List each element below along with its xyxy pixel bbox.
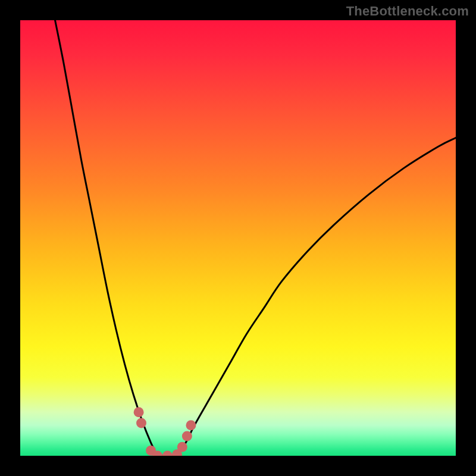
marker-group [134, 407, 196, 456]
data-marker [186, 420, 196, 430]
data-marker [177, 442, 187, 452]
watermark-text: TheBottleneck.com [346, 4, 469, 19]
data-marker [136, 418, 146, 428]
chart-frame: TheBottleneck.com [0, 0, 476, 476]
plot-area [20, 20, 456, 456]
bottleneck-curve [20, 20, 456, 456]
curve-right-branch [177, 138, 456, 456]
data-marker [182, 431, 192, 441]
data-marker [134, 407, 144, 417]
curve-left-branch [55, 20, 158, 456]
data-marker [162, 451, 173, 456]
